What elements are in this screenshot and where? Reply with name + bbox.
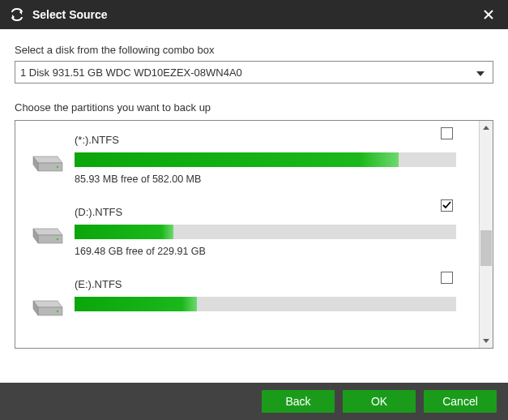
usage-bar <box>75 225 456 239</box>
disk-select-label: Select a disk from the following combo b… <box>15 44 493 56</box>
disk-combobox[interactable]: 1 Disk 931.51 GB WDC WD10EZEX-08WN4A0 <box>15 61 493 84</box>
svg-marker-2 <box>476 71 485 76</box>
partition-row: (D:).NTFS169.48 GB free of 229.91 GB <box>30 199 456 272</box>
partition-checkbox[interactable] <box>441 199 453 212</box>
partition-free-text: 85.93 MB free of 582.00 MB <box>75 174 456 185</box>
back-button[interactable]: Back <box>262 390 335 413</box>
drive-icon <box>30 206 75 250</box>
titlebar: Select Source <box>0 0 508 29</box>
partition-checkbox[interactable] <box>441 127 453 139</box>
ok-button[interactable]: OK <box>343 390 416 413</box>
chevron-down-icon <box>473 66 488 79</box>
partition-name: (D:).NTFS <box>75 206 456 218</box>
drive-icon <box>30 278 75 322</box>
partition-row: (*:).NTFS85.93 MB free of 582.00 MB <box>30 127 456 199</box>
partition-free-text: 169.48 GB free of 229.91 GB <box>75 246 456 257</box>
dialog-footer: Back OK Cancel <box>0 383 508 420</box>
scrollbar[interactable] <box>479 121 493 348</box>
app-logo-icon <box>10 7 24 22</box>
close-button[interactable] <box>477 3 500 26</box>
partition-list: (*:).NTFS85.93 MB free of 582.00 MB(D:).… <box>15 120 493 349</box>
partition-select-label: Choose the partitions you want to back u… <box>15 101 493 114</box>
partition-row: (E:).NTFS <box>30 272 456 336</box>
svg-point-14 <box>57 311 59 313</box>
drive-icon <box>30 134 75 178</box>
usage-bar <box>75 152 456 167</box>
disk-combobox-value: 1 Disk 931.51 GB WDC WD10EZEX-08WN4A0 <box>20 66 473 79</box>
scroll-thumb[interactable] <box>480 230 492 266</box>
svg-marker-4 <box>38 163 62 171</box>
dialog-title: Select Source <box>32 8 477 21</box>
svg-marker-16 <box>483 339 489 343</box>
scroll-track[interactable] <box>480 135 493 334</box>
scroll-down-button[interactable] <box>480 334 493 348</box>
svg-marker-8 <box>38 235 62 243</box>
partition-name: (*:).NTFS <box>75 134 456 146</box>
svg-marker-15 <box>483 126 489 130</box>
partition-name: (E:).NTFS <box>75 278 456 290</box>
scroll-up-button[interactable] <box>480 121 493 135</box>
usage-bar <box>75 297 456 311</box>
svg-point-10 <box>57 238 59 241</box>
partition-checkbox[interactable] <box>441 272 453 284</box>
svg-marker-12 <box>38 307 62 315</box>
svg-point-6 <box>57 166 59 169</box>
cancel-button[interactable]: Cancel <box>424 390 497 413</box>
